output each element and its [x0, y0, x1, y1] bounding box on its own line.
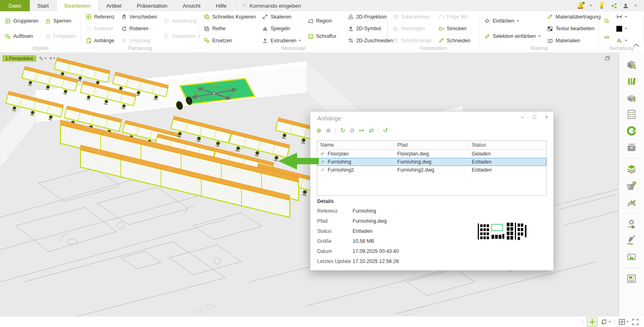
- render-image-icon[interactable]: [625, 250, 638, 264]
- dimension-style-caret-icon[interactable]: [625, 40, 627, 41]
- orbit-tool-button[interactable]: [601, 319, 611, 325]
- strecken-button[interactable]: Strecken: [437, 25, 472, 32]
- table-row-furnishing[interactable]: ↗Furnishing Furnishing.dwg Entladen: [317, 158, 546, 166]
- viewport-restore-icon[interactable]: [605, 55, 610, 62]
- material-transfer-icon: [547, 14, 553, 20]
- rotieren-button[interactable]: Rotieren: [120, 25, 159, 32]
- unload-attachment-icon[interactable]: ⊘: [350, 127, 355, 134]
- region-button[interactable]: Region: [306, 18, 338, 25]
- aufloesen-button[interactable]: Auflösen: [3, 33, 40, 40]
- command-input[interactable]: ⚐ Kommando eingeben: [239, 0, 304, 11]
- viewport-pen-tool[interactable]: ✎: [39, 56, 47, 62]
- isolieren-button: Isolieren: [84, 25, 116, 32]
- notifications-bell-icon[interactable]: 🔔: [577, 2, 584, 9]
- symbol-2d-button[interactable]: 2D-Symbol: [346, 25, 395, 32]
- tips-bulb-icon[interactable]: 💡: [598, 2, 605, 9]
- maximize-icon[interactable]: □: [532, 114, 537, 120]
- close-icon[interactable]: ×: [544, 114, 549, 120]
- dimension-color-caret-icon[interactable]: [625, 28, 627, 29]
- layers-icon[interactable]: [625, 162, 638, 176]
- selektion-caret-icon[interactable]: [538, 35, 541, 37]
- bind-attachment-icon[interactable]: ↦: [359, 127, 364, 134]
- account-caret-icon[interactable]: [634, 5, 637, 6]
- table-row-floorplan[interactable]: ✔Floorplan Floorplan.dwg Geladen: [317, 150, 546, 158]
- tab-bearbeiten[interactable]: Bearbeiten: [56, 0, 99, 11]
- catalog-library-icon[interactable]: [625, 75, 638, 88]
- topography-icon[interactable]: [625, 195, 638, 209]
- drawing-styles-icon[interactable]: [625, 234, 638, 247]
- pcon-community-icon[interactable]: [625, 124, 638, 138]
- projektion-2d-button[interactable]: 2D-Projektion: [346, 13, 395, 20]
- schraffur-button[interactable]: Schraffur: [306, 33, 338, 40]
- schraffur-label: Schraffur: [316, 33, 336, 39]
- materialuebertragung-button[interactable]: Materialübertragung: [545, 13, 602, 20]
- tab-datei[interactable]: Datei: [0, 0, 30, 11]
- group-icon: [5, 18, 11, 24]
- light-settings-icon[interactable]: [625, 217, 638, 231]
- add-attachment-icon[interactable]: ⊕: [316, 127, 322, 134]
- minimize-icon[interactable]: –: [520, 114, 525, 120]
- linear-dimension-button[interactable]: [615, 13, 629, 20]
- fullscreen-button[interactable]: [632, 319, 638, 325]
- anhaenge-button[interactable]: Anhänge: [84, 37, 116, 44]
- zuschneiden-2d-button[interactable]: 2D-Zuschneiden: [346, 37, 395, 44]
- schnelles-kopieren-button[interactable]: Schnelles Kopieren: [202, 13, 257, 20]
- schneiden-button[interactable]: Schneiden: [437, 37, 472, 44]
- dimension-color-button[interactable]: [615, 25, 629, 32]
- viewport-layout-button[interactable]: [619, 319, 629, 325]
- pen-caret-icon[interactable]: [44, 58, 47, 59]
- reload-attachment-icon[interactable]: ↻: [340, 127, 345, 134]
- viewport-3d[interactable]: 1.Perspektive ✎ ⌖ Anhänge – □ × ⊕ ⊗: [0, 52, 619, 317]
- attachments-table: Name Pfad Status ✔Floorplan Floorplan.dw…: [317, 141, 547, 196]
- notifications-caret-icon[interactable]: [590, 5, 592, 6]
- update-attachment-icon[interactable]: ⇄: [369, 127, 374, 134]
- tab-ansicht[interactable]: Ansicht: [175, 0, 208, 11]
- gruppieren-button[interactable]: Gruppieren: [3, 18, 40, 25]
- target-caret-icon[interactable]: [53, 58, 56, 59]
- materials-icon[interactable]: [625, 179, 638, 192]
- ersetzen-button[interactable]: Ersetzen: [202, 37, 257, 44]
- tab-praesentation[interactable]: Präsentation: [129, 0, 175, 11]
- materialien-button[interactable]: Materialien: [545, 37, 602, 44]
- product-info-icon[interactable]: [625, 91, 638, 105]
- protractor-button[interactable]: [602, 33, 611, 40]
- projection-2d-icon: [348, 14, 354, 20]
- sperren-button[interactable]: Sperren: [43, 18, 78, 25]
- media-browser-icon[interactable]: [625, 141, 638, 154]
- einfaerben-button[interactable]: Einfärben: [483, 18, 542, 25]
- einfaerben-caret-icon[interactable]: [517, 20, 519, 22]
- orbit-caret-icon[interactable]: [609, 321, 611, 323]
- reihe-button[interactable]: Reihe: [202, 25, 257, 32]
- extrudieren-caret-icon[interactable]: [299, 40, 301, 41]
- pan-tool-button[interactable]: [587, 317, 597, 327]
- layout-icon[interactable]: [625, 272, 638, 286]
- viewport-name-chip[interactable]: 1.Perspektive: [2, 55, 36, 62]
- properties-editor-icon[interactable]: [625, 58, 638, 72]
- detail-value: 17.09.2025 00:43:40: [353, 248, 399, 254]
- extrudieren-button[interactable]: Extrudieren: [260, 37, 303, 44]
- textur-bearbeiten-button[interactable]: Textur bearbeiten: [545, 25, 602, 32]
- remove-attachment-icon[interactable]: ⊗: [326, 127, 331, 134]
- column-header-name[interactable]: Name: [317, 141, 394, 149]
- skalieren-button[interactable]: Skalieren: [260, 13, 303, 20]
- verschieben-button[interactable]: Verschieben: [120, 13, 159, 20]
- viewport-target-tool[interactable]: ⌖: [50, 55, 56, 62]
- spiegeln-button[interactable]: Spiegeln: [260, 25, 303, 32]
- tab-artikel[interactable]: Artikel: [99, 0, 129, 11]
- open-attachment-icon[interactable]: ↺: [383, 127, 388, 134]
- menubar-separator: [237, 2, 237, 9]
- viewport-layout-caret-icon[interactable]: [626, 321, 629, 323]
- share-icon[interactable]: [611, 3, 617, 9]
- dimension-style-button[interactable]: [615, 37, 629, 44]
- table-row-furnishing2[interactable]: ↗Furnishing2 Furnishing2.dwg Entladen: [317, 166, 546, 174]
- linear-dimension-caret-icon[interactable]: [625, 16, 627, 18]
- measure-tape-button[interactable]: [602, 18, 611, 25]
- tab-start[interactable]: Start: [30, 0, 57, 11]
- tab-hilfe[interactable]: Hilfe: [208, 0, 234, 11]
- referenz-button[interactable]: Referenz: [84, 13, 116, 20]
- column-header-pfad[interactable]: Pfad: [394, 141, 469, 149]
- selektion-einfaerben-button[interactable]: Selektion einfärben: [483, 33, 542, 40]
- column-header-status[interactable]: Status: [469, 141, 546, 149]
- article-list-icon[interactable]: [625, 108, 638, 121]
- account-icon[interactable]: [623, 3, 629, 9]
